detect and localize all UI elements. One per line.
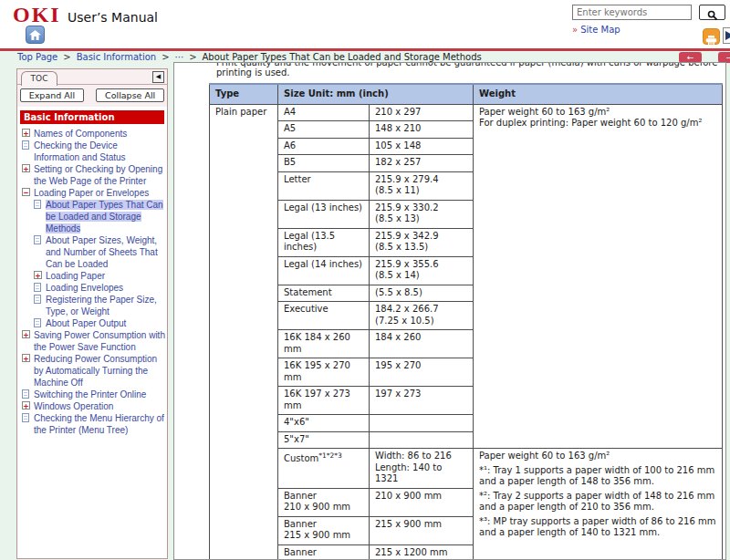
magnifier-icon xyxy=(707,7,718,25)
size-name-cell: Banner 215 x 900 mm xyxy=(278,516,370,544)
page-icon xyxy=(34,235,41,244)
size-name-cell: Statement xyxy=(278,285,370,302)
type-cell: Plain paper xyxy=(210,104,278,560)
size-name-cell: A5 xyxy=(278,121,370,139)
size-name-cell: 5"x7" xyxy=(278,431,370,449)
breadcrumb-basic-information[interactable]: Basic Information xyxy=(77,52,157,62)
size-value-cell: 215.9 x 342.9 (8.5 x 13.5) xyxy=(370,228,474,256)
sidebar-collapse-button[interactable]: ◀ xyxy=(152,71,164,83)
plus-box-icon[interactable] xyxy=(22,129,30,137)
plus-box-icon[interactable] xyxy=(22,401,30,410)
column-header-type: Type xyxy=(210,84,278,104)
toc-item-label[interactable]: About Paper Types That Can be Loaded and… xyxy=(46,200,163,233)
breadcrumb: Top Page>Basic Information>···>About Pap… xyxy=(17,52,482,62)
page-icon xyxy=(34,283,41,292)
footnote: *²: Tray 2 supports a paper width of 148… xyxy=(479,491,716,513)
toc-item[interactable]: Windows Operation xyxy=(21,400,165,412)
page-icon xyxy=(22,389,29,399)
toc-item-label[interactable]: Switching the Printer Online xyxy=(34,389,146,399)
toc-item[interactable]: Loading Paper xyxy=(33,270,165,282)
toc-item-label[interactable]: Windows Operation xyxy=(34,401,113,411)
toc-item[interactable]: Loading Paper or Envelopes xyxy=(21,187,165,199)
plus-box-icon[interactable] xyxy=(22,354,30,362)
toc-item[interactable]: Reducing Power Consumption by Automatica… xyxy=(21,353,165,389)
document-icon[interactable] xyxy=(723,27,730,44)
size-value-cell: 105 x 148 xyxy=(370,138,474,155)
site-map-link[interactable]: Site Map xyxy=(580,25,620,35)
size-name-cell: Legal (13.5 inches) xyxy=(278,228,370,256)
size-name-cell: B5 xyxy=(278,155,370,172)
size-value-cell: 215 x 1200 mm xyxy=(370,544,474,560)
toc-item-label[interactable]: Checking the Device Information and Stat… xyxy=(34,140,126,162)
footnote: *¹: Tray 1 supports a paper width of 100… xyxy=(479,465,716,488)
toc-item-label[interactable]: Registering the Paper Size, Type, or Wei… xyxy=(46,295,157,316)
print-button[interactable] xyxy=(703,28,720,45)
toc-item-selected[interactable]: About Paper Types That Can be Loaded and… xyxy=(33,199,165,234)
size-value-cell: 195 x 270 xyxy=(370,358,474,387)
size-value-cell: 210 x 900 mm xyxy=(370,488,474,516)
collapse-all-button[interactable]: Collapse All xyxy=(96,88,164,102)
minus-box-icon[interactable] xyxy=(22,188,30,196)
toc-item[interactable]: Loading Envelopes xyxy=(33,282,165,294)
custom-footnote-markers: *1*2*3 xyxy=(318,451,342,460)
toc-item[interactable]: Names of Components xyxy=(21,128,165,140)
table-row: Plain paper A4 210 x 297 Paper weight 60… xyxy=(210,104,723,121)
size-name-cell: Banner 210 x 900 mm xyxy=(278,488,370,516)
toc-item-label[interactable]: Reducing Power Consumption by Automatica… xyxy=(34,354,157,388)
weight-line: Paper weight 60 to 163 g/m² xyxy=(479,451,716,462)
column-header-weight: Weight xyxy=(474,84,723,104)
toc-tab[interactable]: TOC xyxy=(21,71,57,86)
size-name-cell: A4 xyxy=(278,104,370,121)
manual-page: OKI User’s Manual »Site Map Top Page>Bas… xyxy=(0,0,730,560)
toc-item-label[interactable]: Names of Components xyxy=(34,129,127,139)
toc-item-label[interactable]: About Paper Output xyxy=(46,318,126,328)
toc-item-label[interactable]: Loading Paper xyxy=(46,271,105,281)
toc-item-label[interactable]: Loading Paper or Envelopes xyxy=(34,188,149,198)
size-name-cell: 16K 195 x 270 mm xyxy=(278,358,370,387)
custom-label: Custom xyxy=(284,453,318,463)
toc-item[interactable]: Switching the Printer Online xyxy=(21,389,165,400)
toc-item[interactable]: About Paper Output xyxy=(33,317,165,329)
toc-item-label[interactable]: About Paper Sizes, Weight, and Number of… xyxy=(46,235,158,269)
size-name-cell: 16K 197 x 273 mm xyxy=(278,387,370,415)
weight-plain-cell: Paper weight 60 to 163 g/m² For duplex p… xyxy=(474,104,723,449)
toc-item[interactable]: Saving Power Consumption with the Power … xyxy=(21,329,165,353)
size-value-cell: 210 x 297 xyxy=(370,104,474,121)
plus-box-icon[interactable] xyxy=(22,330,30,338)
size-value-cell: 184 x 260 xyxy=(370,330,474,358)
column-header-size: Size Unit: mm (inch) xyxy=(278,84,474,104)
table-row: Custom*1*2*3 Width: 86 to 216 Length: 14… xyxy=(210,449,723,489)
breadcrumb-current: About Paper Types That Can be Loaded and… xyxy=(203,52,482,62)
toc-item-label[interactable]: Loading Envelopes xyxy=(46,283,123,293)
arrow-bullet-icon: » xyxy=(572,25,578,35)
plus-box-icon[interactable] xyxy=(22,164,30,172)
site-map-row: »Site Map xyxy=(572,25,620,35)
breadcrumb-top-page[interactable]: Top Page xyxy=(17,52,57,62)
toc-item[interactable]: Registering the Paper Size, Type, or Wei… xyxy=(33,294,165,317)
paper-spec-table: Type Size Unit: mm (inch) Weight Plain p… xyxy=(209,83,723,560)
toc-item[interactable]: Setting or Checking by Opening the Web P… xyxy=(21,163,165,187)
breadcrumb-ellipsis[interactable]: ··· xyxy=(175,52,184,62)
weight-line: For duplex printing: Paper weight 60 to … xyxy=(479,118,716,130)
oki-logo: OKI xyxy=(13,3,61,27)
home-button[interactable] xyxy=(26,26,45,44)
expand-all-button[interactable]: Expand All xyxy=(20,88,84,102)
size-name-cell: Executive xyxy=(278,302,370,330)
app-title: User’s Manual xyxy=(68,10,158,25)
size-name-cell: Legal (14 inches) xyxy=(278,256,370,285)
header-divider xyxy=(0,48,730,51)
toc-tree: Names of Components Checking the Device … xyxy=(17,127,167,440)
size-value-cell: 215.9 x 355.6 (8.5 x 14) xyxy=(370,256,474,285)
search-input[interactable] xyxy=(572,5,692,20)
toc-item[interactable]: Checking the Menu Hierarchy of the Print… xyxy=(21,412,165,436)
search-button[interactable] xyxy=(699,5,725,20)
toc-item[interactable]: About Paper Sizes, Weight, and Number of… xyxy=(33,234,165,270)
toc-item-label[interactable]: Saving Power Consumption with the Power … xyxy=(34,330,165,352)
breadcrumb-separator: > xyxy=(189,52,196,62)
size-value-cell: (5.5 x 8.5) xyxy=(370,285,474,302)
toc-item-label[interactable]: Setting or Checking by Opening the Web P… xyxy=(34,164,162,186)
plus-box-icon[interactable] xyxy=(34,271,42,279)
toc-item[interactable]: Checking the Device Information and Stat… xyxy=(21,140,165,163)
toc-item-label[interactable]: Checking the Menu Hierarchy of the Print… xyxy=(34,413,164,435)
printer-icon xyxy=(705,32,717,49)
